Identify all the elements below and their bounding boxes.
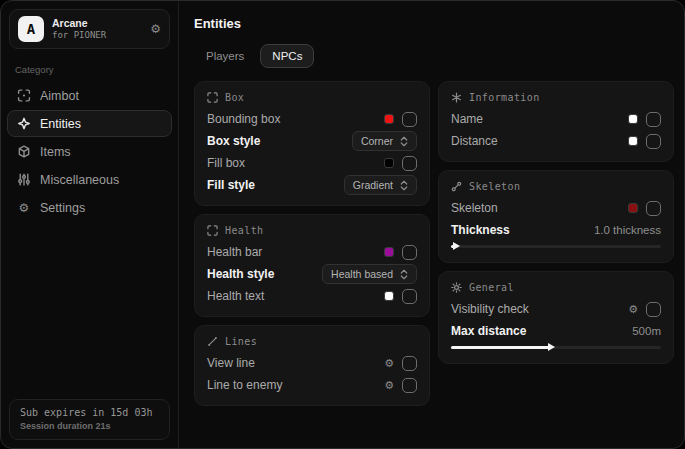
slider-thumb[interactable] xyxy=(548,343,555,351)
color-swatch[interactable] xyxy=(628,114,638,124)
box-style-select[interactable]: Corner xyxy=(352,131,417,151)
sidebar-item-label: Items xyxy=(40,145,71,159)
tab-players[interactable]: Players xyxy=(194,44,256,68)
setting-row: Name xyxy=(451,108,661,130)
checkbox[interactable] xyxy=(646,302,661,317)
slider-thumb[interactable] xyxy=(453,242,460,250)
setting-row: Fill box xyxy=(207,152,417,174)
color-swatch[interactable] xyxy=(384,114,394,124)
thickness-value: 1.0 thickness xyxy=(594,224,661,236)
checkbox[interactable] xyxy=(402,378,417,393)
frame-brackets-icon xyxy=(207,92,218,103)
tab-npcs[interactable]: NPCs xyxy=(260,44,314,68)
card-title: Health xyxy=(225,225,264,236)
sub-expiry-text: Sub expires in 15d 03h xyxy=(20,407,159,418)
setting-label: Visibility check xyxy=(451,302,529,316)
app-window: A Arcane for PIONER ⚙ Category Aimbot En… xyxy=(0,0,685,449)
setting-row: Box style Corner xyxy=(207,130,417,152)
setting-label: Health text xyxy=(207,289,264,303)
setting-row: Fill style Gradient xyxy=(207,174,417,196)
setting-row: Health bar xyxy=(207,241,417,263)
select-caret-icon xyxy=(400,180,408,191)
brand-name: Arcane xyxy=(52,17,142,30)
setting-label: Health bar xyxy=(207,245,262,259)
checkbox[interactable] xyxy=(646,134,661,149)
color-swatch[interactable] xyxy=(384,247,394,257)
category-label: Category xyxy=(15,64,164,75)
tab-bar: Players NPCs xyxy=(194,44,674,68)
row-settings-gear-icon[interactable]: ⚙ xyxy=(384,380,394,391)
entities-icon xyxy=(17,117,31,130)
subscription-card: Sub expires in 15d 03h Session duration … xyxy=(9,399,170,440)
row-settings-gear-icon[interactable]: ⚙ xyxy=(628,304,638,315)
card-title: Lines xyxy=(225,336,257,347)
select-caret-icon xyxy=(400,269,408,280)
checkbox[interactable] xyxy=(402,112,417,127)
setting-label: Max distance xyxy=(451,324,526,338)
sidebar-item-label: Miscellaneous xyxy=(40,173,119,187)
setting-label: View line xyxy=(207,356,255,370)
color-swatch[interactable] xyxy=(384,158,394,168)
setting-row: Health text xyxy=(207,285,417,307)
setting-label: Skeleton xyxy=(451,201,498,215)
asterisk-info-icon xyxy=(451,92,462,103)
setting-row: Distance xyxy=(451,130,661,152)
setting-label: Thickness xyxy=(451,223,510,237)
brand-settings-icon[interactable]: ⚙ xyxy=(150,22,161,36)
setting-label: Distance xyxy=(451,134,498,148)
crosshair-icon xyxy=(17,89,31,102)
session-duration-text: Session duration 21s xyxy=(20,421,159,431)
checkbox[interactable] xyxy=(402,356,417,371)
sidebar-item-entities[interactable]: Entities xyxy=(7,110,172,137)
row-settings-gear-icon[interactable]: ⚙ xyxy=(384,358,394,369)
sidebar-nav: Aimbot Entities Items Miscellaneous ⚙ Se… xyxy=(7,82,172,221)
sidebar-item-label: Aimbot xyxy=(40,89,79,103)
color-swatch[interactable] xyxy=(628,203,638,213)
brand-card: A Arcane for PIONER ⚙ xyxy=(9,9,170,49)
setting-row: View line ⚙ xyxy=(207,352,417,374)
setting-label: Name xyxy=(451,112,483,126)
brand-logo: A xyxy=(18,16,44,42)
setting-label: Box style xyxy=(207,134,260,148)
checkbox[interactable] xyxy=(646,201,661,216)
card-information: Information Name Distance xyxy=(438,81,674,162)
setting-row: Skeleton xyxy=(451,197,661,219)
card-title: Information xyxy=(469,92,540,103)
health-style-select[interactable]: Health based xyxy=(322,264,417,284)
thickness-slider[interactable] xyxy=(451,245,661,248)
fill-style-select[interactable]: Gradient xyxy=(344,175,417,195)
sliders-icon xyxy=(17,173,31,186)
setting-row: Thickness 1.0 thickness xyxy=(451,219,661,241)
sidebar-item-aimbot[interactable]: Aimbot xyxy=(7,82,172,109)
sidebar-item-settings[interactable]: ⚙ Settings xyxy=(7,194,172,221)
card-title: General xyxy=(469,282,514,293)
page-title: Entities xyxy=(194,16,674,31)
card-general: General Visibility check ⚙ Max distance … xyxy=(438,271,674,364)
checkbox[interactable] xyxy=(402,156,417,171)
color-swatch[interactable] xyxy=(628,136,638,146)
setting-label: Bounding box xyxy=(207,112,280,126)
diagonal-line-icon xyxy=(207,336,218,347)
sidebar-item-miscellaneous[interactable]: Miscellaneous xyxy=(7,166,172,193)
card-title: Box xyxy=(225,92,244,103)
setting-label: Fill box xyxy=(207,156,245,170)
brand-subtitle: for PIONER xyxy=(52,30,142,41)
color-swatch[interactable] xyxy=(384,291,394,301)
max-distance-value: 500m xyxy=(632,325,661,337)
sidebar: A Arcane for PIONER ⚙ Category Aimbot En… xyxy=(1,1,179,448)
card-lines: Lines View line ⚙ Line to enemy ⚙ xyxy=(194,325,430,406)
max-distance-slider[interactable] xyxy=(451,346,661,349)
setting-label: Fill style xyxy=(207,178,255,192)
sidebar-item-items[interactable]: Items xyxy=(7,138,172,165)
cube-icon xyxy=(17,145,31,158)
checkbox[interactable] xyxy=(402,289,417,304)
setting-row: Health style Health based xyxy=(207,263,417,285)
sidebar-item-label: Settings xyxy=(40,201,85,215)
sidebar-item-label: Entities xyxy=(40,117,81,131)
setting-row: Bounding box xyxy=(207,108,417,130)
checkbox[interactable] xyxy=(646,112,661,127)
checkbox[interactable] xyxy=(402,245,417,260)
frame-brackets-icon xyxy=(207,225,218,236)
setting-row: Line to enemy ⚙ xyxy=(207,374,417,396)
card-title: Skeleton xyxy=(469,181,520,192)
